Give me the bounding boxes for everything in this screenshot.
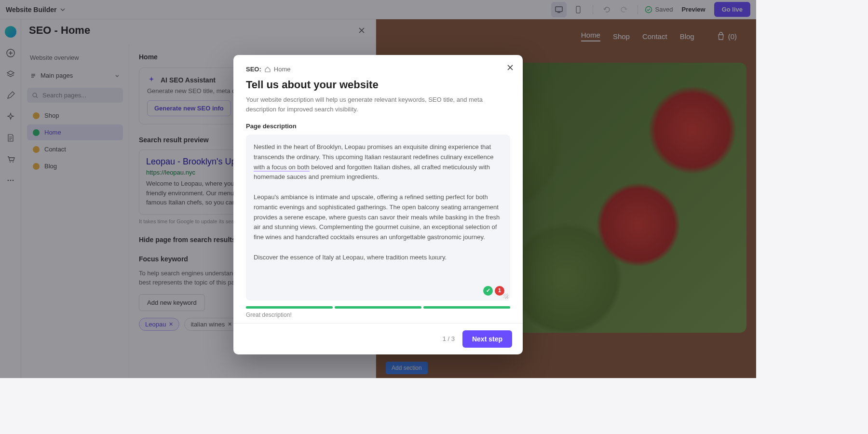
strength-meter <box>246 306 510 309</box>
next-step-button[interactable]: Next step <box>462 330 512 348</box>
seo-description-modal: SEO: Home Tell us about your website You… <box>233 55 523 354</box>
crumb-prefix: SEO: <box>246 66 261 73</box>
grammar-error-badge[interactable]: 1 <box>495 286 504 296</box>
grammar-ok-icon[interactable]: ✓ <box>483 286 493 296</box>
modal-breadcrumb: SEO: Home <box>246 66 510 73</box>
textarea-text: Nestled in the heart of Brooklyn, Leopau… <box>254 143 495 161</box>
grammar-badges: ✓ 1 <box>483 286 504 296</box>
textarea-text: beloved and forgotten Italian dishes, al… <box>254 163 502 261</box>
grammar-highlight: with a focus on both <box>254 163 310 172</box>
close-icon <box>506 64 514 71</box>
crumb-page: Home <box>274 66 291 73</box>
description-textarea[interactable]: Nestled in the heart of Brooklyn, Leopau… <box>246 135 510 300</box>
home-icon <box>264 66 271 73</box>
modal-subtitle: Your website description will help us ge… <box>246 95 510 114</box>
field-label: Page description <box>246 122 510 130</box>
strength-bar <box>246 306 333 309</box>
modal-title: Tell us about your website <box>246 79 510 91</box>
step-counter: 1 / 3 <box>443 335 455 342</box>
strength-bar <box>335 306 421 309</box>
modal-close-button[interactable] <box>504 62 516 73</box>
strength-bar <box>423 306 510 309</box>
strength-label: Great description! <box>246 312 510 318</box>
modal-footer: 1 / 3 Next step <box>233 323 523 354</box>
resize-handle-icon[interactable] <box>503 294 508 298</box>
